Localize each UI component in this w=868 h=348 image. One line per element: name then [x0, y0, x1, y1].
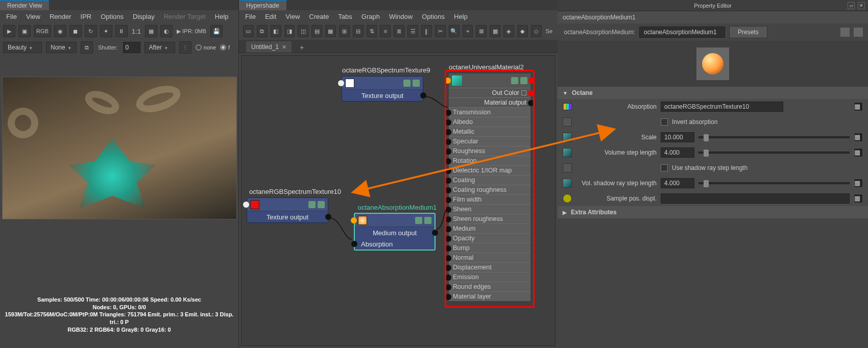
- material-input-row[interactable]: Bump: [449, 243, 531, 253]
- hs-menu-edit[interactable]: Edit: [265, 13, 276, 20]
- vssl-field[interactable]: 4.000: [661, 178, 694, 188]
- channel-dropdown[interactable]: Beauty: [3, 42, 42, 53]
- material-input-row[interactable]: Specular: [449, 136, 531, 146]
- sample-field[interactable]: [661, 193, 850, 204]
- hs-remove-icon[interactable]: ⊟: [353, 25, 364, 37]
- node-s-icon[interactable]: [308, 201, 316, 208]
- node-s-icon[interactable]: [511, 77, 518, 84]
- material-input-port[interactable]: [445, 168, 451, 174]
- invert-checkbox[interactable]: [661, 118, 668, 126]
- material-input-row[interactable]: Sheen roughness: [449, 214, 531, 223]
- node-material-matout-port[interactable]: [528, 100, 534, 106]
- hs-menu-file[interactable]: File: [245, 13, 256, 20]
- scale-field[interactable]: 10.000: [661, 132, 694, 142]
- render-view-tab[interactable]: Render View: [0, 0, 49, 10]
- hs-extra2-icon[interactable]: ◆: [517, 25, 528, 37]
- hs-search-icon[interactable]: 🔍: [449, 25, 460, 37]
- section-extra-header[interactable]: ▶Extra Attributes: [558, 206, 868, 218]
- material-input-port[interactable]: [445, 255, 451, 261]
- material-input-port[interactable]: [445, 245, 451, 252]
- material-input-row[interactable]: Transmission: [449, 107, 531, 117]
- absorption-field[interactable]: octaneRGBSpectrumTexture10: [661, 102, 783, 112]
- grid-icon[interactable]: [521, 90, 526, 95]
- section-octane-header[interactable]: ▼Octane: [558, 87, 868, 99]
- material-input-row[interactable]: Sheen: [449, 204, 531, 214]
- color-ramp-icon[interactable]: [563, 103, 572, 110]
- hs-extra1-icon[interactable]: ◈: [503, 25, 514, 37]
- node-material-in-port-head[interactable]: [445, 78, 451, 84]
- material-input-port[interactable]: [445, 139, 451, 145]
- radio-f[interactable]: [220, 44, 226, 51]
- menu-ipr[interactable]: IPR: [81, 13, 92, 20]
- hs-add-icon[interactable]: ⊞: [339, 25, 350, 37]
- node-medium-input-port-head[interactable]: [351, 217, 357, 223]
- hs-snap-icon[interactable]: ▩: [490, 25, 500, 37]
- vsl-slider[interactable]: [698, 152, 850, 154]
- material-input-port[interactable]: [445, 148, 451, 155]
- hs-new-icon[interactable]: ▭: [243, 25, 254, 37]
- scale-slider[interactable]: [698, 136, 850, 138]
- hs-clear-icon[interactable]: ▤: [311, 25, 322, 37]
- node-s-icon[interactable]: [403, 80, 411, 87]
- presets-button[interactable]: Presets: [729, 26, 767, 38]
- material-input-port[interactable]: [445, 294, 451, 300]
- node-medium-absorption-port[interactable]: [351, 241, 357, 247]
- hs-rearrange-icon[interactable]: ⇅: [367, 25, 377, 37]
- shadow-checkbox[interactable]: [661, 164, 668, 171]
- node-medium-output-port[interactable]: [432, 230, 438, 236]
- material-input-port[interactable]: [445, 226, 451, 232]
- hs-break-icon[interactable]: ✂: [435, 25, 446, 37]
- node-graph-canvas[interactable]: octaneRGBSpectrumTexture9 Texture output…: [241, 55, 556, 346]
- material-input-row[interactable]: Roughness: [449, 146, 531, 156]
- material-input-row[interactable]: Albedo: [449, 117, 531, 127]
- node-tex9[interactable]: octaneRGBSpectrumTexture9 Texture output: [342, 76, 423, 102]
- hs-frame-icon[interactable]: ⌖: [463, 25, 473, 37]
- material-input-port[interactable]: [445, 129, 451, 135]
- hs-menu-graph[interactable]: Graph: [361, 13, 380, 20]
- new-tab-button[interactable]: +: [297, 42, 307, 53]
- hs-menu-view[interactable]: View: [285, 13, 300, 20]
- render-viewport[interactable]: Samples: 500/500 Time: 00:00:06/00:00:06…: [0, 55, 238, 348]
- menu-help[interactable]: Help: [215, 13, 229, 20]
- node-tex10-input-port[interactable]: [243, 202, 249, 208]
- map-button-icon[interactable]: ▦: [854, 102, 863, 111]
- doc-tab-untitled[interactable]: Untitled_1✕: [246, 41, 292, 53]
- dock-icon[interactable]: ▱: [848, 2, 855, 9]
- node-s-icon[interactable]: [415, 217, 422, 224]
- material-preview-icon[interactable]: [696, 47, 729, 80]
- pause-icon[interactable]: ⏸: [115, 25, 128, 37]
- hs-menu-options[interactable]: Options: [422, 13, 445, 20]
- shutter-input[interactable]: 0: [123, 42, 140, 53]
- hs-align-l-icon[interactable]: ≡: [380, 25, 391, 37]
- radio-none[interactable]: [196, 44, 202, 51]
- node-menu-icon[interactable]: [413, 80, 420, 87]
- material-input-row[interactable]: Coating: [449, 175, 531, 185]
- hide-icon[interactable]: [854, 28, 863, 37]
- hs-align-r-icon[interactable]: ☰: [407, 25, 418, 37]
- material-input-port[interactable]: [445, 207, 451, 213]
- material-input-port[interactable]: [445, 236, 451, 242]
- map-button-icon[interactable]: ▦: [854, 133, 863, 142]
- menu-render[interactable]: Render: [50, 13, 71, 20]
- map-button-icon[interactable]: ▦: [854, 179, 863, 188]
- hs-grid-icon[interactable]: 𝌆: [476, 25, 487, 37]
- map-button-icon[interactable]: ▦: [854, 148, 863, 157]
- hs-menu-tabs[interactable]: Tabs: [338, 13, 352, 20]
- material-input-row[interactable]: Opacity: [449, 233, 531, 243]
- material-input-port[interactable]: [445, 265, 451, 271]
- after-dropdown[interactable]: After: [144, 42, 175, 53]
- material-input-row[interactable]: Material layer: [449, 291, 531, 301]
- node-tex9-output-port[interactable]: [420, 92, 426, 98]
- material-input-row[interactable]: Coating roughness: [449, 185, 531, 194]
- material-input-port[interactable]: [445, 284, 451, 290]
- hs-layout-icon[interactable]: ⧉: [257, 25, 268, 37]
- material-input-row[interactable]: Medium: [449, 223, 531, 233]
- close-icon[interactable]: ✕: [858, 2, 865, 9]
- hs-in-icon[interactable]: ◧: [271, 25, 281, 37]
- material-input-port[interactable]: [445, 178, 451, 184]
- rgb-icon[interactable]: RGB: [34, 25, 51, 37]
- material-input-port[interactable]: [445, 197, 451, 203]
- real-size-icon[interactable]: ▦: [145, 25, 157, 37]
- material-input-row[interactable]: Round edges: [449, 282, 531, 291]
- vsl-field[interactable]: 4.000: [661, 147, 694, 158]
